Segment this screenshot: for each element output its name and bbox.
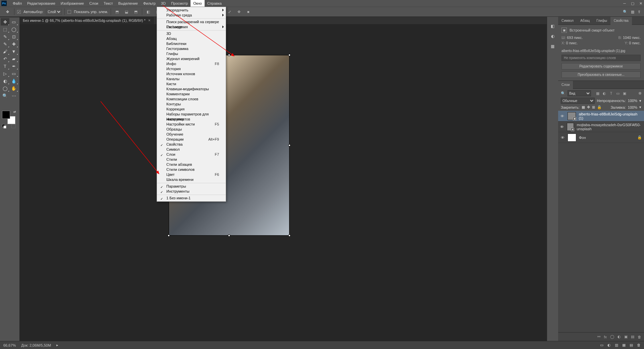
menu-item[interactable]: Образцы	[157, 127, 226, 132]
x-value[interactable]: 0 пикс.	[566, 41, 578, 45]
layer-row[interactable]: 👁▣alberto-frias-e8Bo8JeiSdg-unsplash (1)	[558, 111, 644, 121]
eraser-tool[interactable]: ▰	[9, 55, 18, 62]
filter-pixel-icon[interactable]: ▦	[595, 91, 600, 96]
path-select-tool[interactable]: ▷	[1, 70, 9, 77]
layer-row[interactable]: 👁Фон🔒	[558, 132, 644, 143]
status-trash-icon[interactable]: 🗑	[637, 343, 641, 347]
menu-3d[interactable]: 3D	[158, 0, 168, 7]
menu-item[interactable]: Коррекция	[157, 107, 226, 112]
move-tool[interactable]: ✥	[1, 18, 9, 26]
menu-item[interactable]: Журнал измерений	[157, 56, 226, 61]
convert-linked-button[interactable]: Преобразовать в связанные...	[561, 71, 641, 78]
stamp-tool[interactable]: ▼	[9, 48, 18, 55]
adjustment-layer-icon[interactable]: ◐	[618, 335, 621, 339]
menu-item[interactable]: Композиции слоев	[157, 97, 226, 102]
new-layer-icon[interactable]: ▤	[631, 335, 634, 339]
lock-nested-icon[interactable]: ⊞	[592, 105, 595, 109]
menu-item[interactable]: Кисти	[157, 82, 226, 87]
status-icon4[interactable]: ▤	[630, 343, 633, 347]
layer-comp-hint[interactable]: Не применять композицию слоев	[561, 55, 641, 61]
menu-item[interactable]: Абзац	[157, 36, 226, 41]
menu-фильтр[interactable]: Фильтр	[141, 0, 158, 7]
menu-текст[interactable]: Текст	[101, 0, 116, 7]
menu-item[interactable]: Контуры	[157, 102, 226, 107]
menu-item[interactable]: ЦветF6	[157, 172, 226, 177]
menu-item[interactable]: Стили	[157, 157, 226, 162]
show-transform-checkbox[interactable]	[67, 10, 71, 14]
transform-handle[interactable]	[288, 235, 290, 237]
layers-tab[interactable]: Слои	[558, 81, 573, 89]
layer-thumbnail[interactable]	[568, 134, 576, 142]
adjustments-panel-icon[interactable]: ◐	[549, 33, 556, 40]
align-left-icon[interactable]: ◧	[145, 8, 152, 15]
group-icon[interactable]: ▣	[624, 335, 628, 339]
eyedropper-tool[interactable]: ✎	[1, 40, 9, 48]
menu-item[interactable]: Свойства✓	[157, 142, 226, 147]
pen-tool[interactable]: ✒	[9, 62, 18, 70]
status-icon[interactable]: ◐	[607, 343, 611, 347]
fill-value[interactable]: 100%	[628, 105, 637, 109]
transform-handle[interactable]	[228, 235, 230, 237]
menu-item[interactable]: Источник клонов	[157, 71, 226, 77]
workspace-icon[interactable]: ▥	[631, 10, 634, 14]
type-tool[interactable]: T	[1, 62, 9, 70]
menu-item[interactable]: Наборы параметров для инструментов	[157, 112, 226, 117]
gradient-tool[interactable]: ◐	[1, 77, 9, 85]
lock-position-icon[interactable]: ✥	[587, 105, 590, 109]
menu-item[interactable]: Упорядочить	[157, 8, 226, 13]
menu-item[interactable]: Обучение	[157, 132, 226, 137]
brush-tool[interactable]: 🖌	[1, 48, 9, 55]
panel-tab[interactable]: Символ	[558, 17, 577, 25]
autoselect-dropdown[interactable]: Слой	[46, 9, 62, 15]
canvas[interactable]	[19, 24, 547, 341]
menu-справка[interactable]: Справка	[205, 0, 224, 7]
color-panel-icon[interactable]: ◧	[549, 23, 556, 30]
menu-item[interactable]: СлоиF7✓	[157, 152, 226, 157]
artboard-tool[interactable]: ▭	[9, 18, 18, 26]
layer-thumbnail[interactable]: ▣	[567, 123, 574, 131]
lock-all-icon[interactable]: 🔒	[597, 105, 602, 109]
close-tab-icon[interactable]: ×	[148, 18, 151, 23]
crop-tool[interactable]: ⊡	[9, 33, 18, 40]
menu-просмотр[interactable]: Просмотр	[168, 0, 191, 7]
menu-item[interactable]: Символ	[157, 147, 226, 152]
panel-tab[interactable]: Глифы	[593, 17, 610, 25]
filter-type-icon[interactable]: T	[608, 91, 614, 96]
menu-item[interactable]: Настройки кистиF5	[157, 122, 226, 127]
menu-окно[interactable]: Окно	[191, 0, 205, 7]
align-vcenter-icon[interactable]: ⬓	[123, 8, 130, 15]
swap-colors-icon[interactable]: ⇄	[13, 110, 16, 113]
3d-pan-icon[interactable]: ✥	[235, 8, 242, 15]
edit-toolbar-icon[interactable]: ⋯	[9, 92, 18, 99]
menu-изображение[interactable]: Изображение	[58, 0, 87, 7]
hand-tool[interactable]: ✋	[9, 85, 18, 92]
menu-файл[interactable]: Файл	[10, 0, 24, 7]
layer-row[interactable]: 👁▣mojtaba-mosayebzadeh-0srGS0FAf50-unspl…	[558, 121, 644, 132]
doc-size[interactable]: Док: 2,06M/5,50M	[21, 343, 51, 347]
minimize-icon[interactable]: ─	[623, 1, 627, 5]
menu-item[interactable]: Глифы	[157, 51, 226, 56]
menu-item[interactable]: ИнфоF8	[157, 61, 226, 66]
menu-item[interactable]: 1 Без имени-1✓	[157, 196, 226, 201]
3d-scale-icon[interactable]: ⤢	[226, 8, 233, 15]
menu-item[interactable]: Параметры✓	[157, 184, 226, 189]
menu-item[interactable]: 3D	[157, 31, 226, 36]
visibility-icon[interactable]: 👁	[560, 125, 564, 129]
filter-toggle[interactable]	[639, 92, 641, 95]
status-icon3[interactable]: ▦	[622, 343, 626, 347]
width-value[interactable]: 693 пикс.	[567, 36, 583, 40]
menu-item[interactable]: Навигатор	[157, 117, 226, 122]
quickmask-icon[interactable]	[11, 124, 15, 128]
status-icon2[interactable]: ▥	[615, 343, 618, 347]
menu-item[interactable]: ОперацииAlt+F9	[157, 137, 226, 142]
layer-thumbnail[interactable]: ▣	[568, 112, 576, 120]
rectangle-tool[interactable]: ▭	[9, 70, 18, 77]
filter-adjust-icon[interactable]: ◐	[602, 91, 607, 96]
close-icon[interactable]: ✕	[639, 1, 643, 6]
zoom-level[interactable]: 66,67%	[3, 343, 16, 347]
zoom-tool[interactable]: 🔍	[1, 92, 9, 99]
lock-pixels-icon[interactable]: ▦	[582, 105, 585, 109]
swatches-panel-icon[interactable]: ▦	[549, 43, 556, 50]
lasso-tool[interactable]: ◯	[9, 26, 18, 33]
menu-item[interactable]: Каналы	[157, 77, 226, 82]
